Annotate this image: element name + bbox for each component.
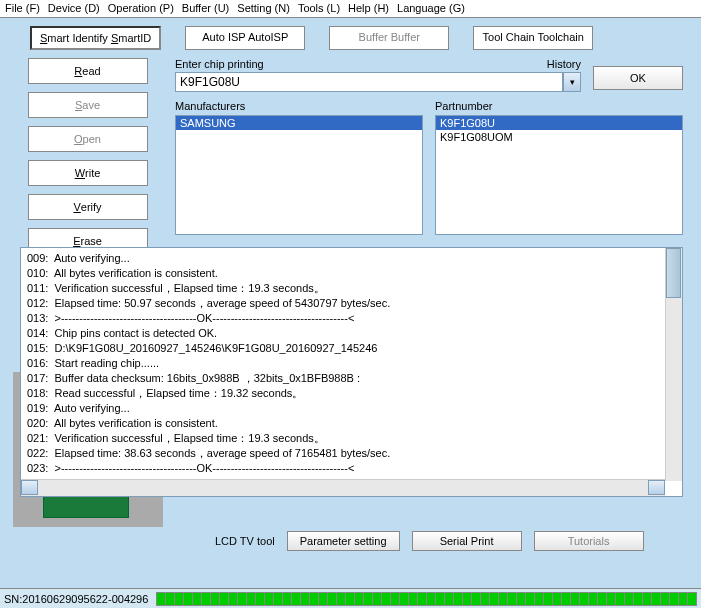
- list-item[interactable]: SAMSUNG: [176, 116, 422, 130]
- list-item[interactable]: K9F1G08U: [436, 116, 682, 130]
- auto-isp-button[interactable]: Auto ISP AutoISP: [185, 26, 305, 50]
- read-button[interactable]: Read: [28, 58, 148, 84]
- log-line: 013: >----------------------------------…: [27, 311, 676, 326]
- scroll-left-icon[interactable]: [21, 480, 38, 495]
- list-item[interactable]: K9F1G08UOM: [436, 130, 682, 144]
- tutorials-button: Tutorials: [534, 531, 644, 551]
- menu-device[interactable]: Device (D): [48, 2, 100, 15]
- menu-operation[interactable]: Operation (P): [108, 2, 174, 15]
- status-bar: SN:20160629095622-004296: [0, 588, 701, 608]
- log-line: 014: Chip pins contact is detected OK.: [27, 326, 676, 341]
- lcdtv-label: LCD TV tool: [215, 535, 275, 547]
- menu-buffer[interactable]: Buffer (U): [182, 2, 229, 15]
- log-line: 019: Auto verifying...: [27, 401, 676, 416]
- menu-setting[interactable]: Setting (N): [237, 2, 290, 15]
- ok-button[interactable]: OK: [593, 66, 683, 90]
- smart-identify-button[interactable]: SSmart Identify SmartIDmart Identify Sma…: [30, 26, 161, 50]
- top-button-bar: SSmart Identify SmartIDmart Identify Sma…: [0, 18, 701, 58]
- log-line: 017: Buffer data checksum: 16bits_0x988B…: [27, 371, 676, 386]
- write-button[interactable]: Write: [28, 160, 148, 186]
- manufacturers-label: Manufacturers: [175, 100, 423, 112]
- log-line: 015: D:\K9F1G08U_20160927_145246\K9F1G08…: [27, 341, 676, 356]
- menu-help[interactable]: Help (H): [348, 2, 389, 15]
- log-line: 023: >----------------------------------…: [27, 461, 676, 476]
- verify-button[interactable]: Verify: [28, 194, 148, 220]
- toolchain-button[interactable]: Tool Chain Toolchain: [473, 26, 593, 50]
- menu-language[interactable]: Language (G): [397, 2, 465, 15]
- open-button: Open: [28, 126, 148, 152]
- scroll-right-icon[interactable]: [648, 480, 665, 495]
- serial-number: SN:20160629095622-004296: [4, 593, 148, 605]
- log-line: 012: Elapsed time: 50.97 seconds，average…: [27, 296, 676, 311]
- log-vscrollbar[interactable]: [665, 248, 682, 481]
- log-hscrollbar[interactable]: [21, 479, 665, 496]
- parameter-setting-button[interactable]: Parameter setting: [287, 531, 400, 551]
- scroll-thumb[interactable]: [666, 248, 681, 298]
- menu-tools[interactable]: Tools (L): [298, 2, 340, 15]
- log-line: 011: Verification successful，Elapsed tim…: [27, 281, 676, 296]
- log-line: 009: Auto verifying...: [27, 251, 676, 266]
- partnumber-listbox[interactable]: K9F1G08U K9F1G08UOM: [435, 115, 683, 235]
- history-label: History: [547, 58, 581, 70]
- chip-combobox[interactable]: [175, 72, 581, 92]
- chip-input[interactable]: [175, 72, 563, 92]
- log-line: 018: Read successful，Elapsed time：19.32 …: [27, 386, 676, 401]
- chip-dropdown-icon[interactable]: [563, 72, 581, 92]
- log-line: 021: Verification successful，Elapsed tim…: [27, 431, 676, 446]
- serial-print-button[interactable]: Serial Print: [412, 531, 522, 551]
- manufacturers-listbox[interactable]: SAMSUNG: [175, 115, 423, 235]
- bottom-bar: LCD TV tool Parameter setting Serial Pri…: [0, 527, 701, 555]
- log-panel: 009: Auto verifying...010: All bytes ver…: [20, 247, 683, 497]
- log-line: 022: Elapsed time: 38.63 seconds，average…: [27, 446, 676, 461]
- enter-chip-label: Enter chip printing: [175, 58, 264, 70]
- log-content: 009: Auto verifying...010: All bytes ver…: [21, 248, 682, 476]
- menu-file[interactable]: File (F): [5, 2, 40, 15]
- menu-bar: File (F) Device (D) Operation (P) Buffer…: [0, 0, 701, 18]
- buffer-button[interactable]: Buffer Buffer: [329, 26, 449, 50]
- log-line: 010: All bytes verification is consisten…: [27, 266, 676, 281]
- log-line: 016: Start reading chip......: [27, 356, 676, 371]
- log-line: 020: All bytes verification is consisten…: [27, 416, 676, 431]
- progress-bar: [156, 592, 697, 606]
- save-button: Save: [28, 92, 148, 118]
- partnumber-label: Partnumber: [435, 100, 683, 112]
